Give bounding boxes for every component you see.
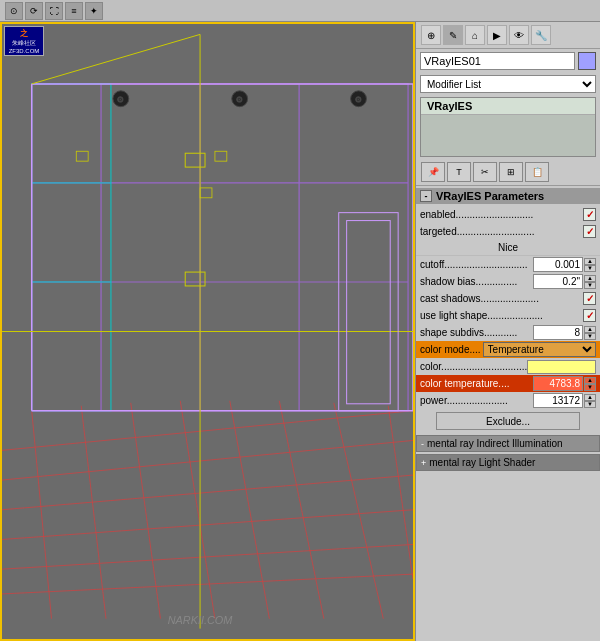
bottom-section: - mental ray Indirect Illumination + men…: [416, 433, 600, 471]
svg-line-1: [2, 440, 413, 480]
object-color-swatch[interactable]: [578, 52, 596, 70]
svg-rect-14: [32, 84, 408, 411]
color-temp-spin-down[interactable]: ▼: [584, 384, 596, 391]
modifier-item-vrayies[interactable]: VRayIES: [421, 98, 595, 115]
svg-line-5: [2, 574, 413, 594]
shape-subdivs-spinner: ▲ ▼: [584, 326, 596, 340]
power-spin-down[interactable]: ▼: [584, 401, 596, 408]
svg-line-12: [334, 403, 384, 619]
param-use-light-shape-check[interactable]: [583, 309, 596, 322]
mental-ray-ii-toggle-icon: -: [421, 439, 424, 449]
cutoff-spin-up[interactable]: ▲: [584, 258, 596, 265]
exclude-btn-row: Exclude...: [416, 409, 600, 433]
param-color-swatch[interactable]: [527, 360, 596, 374]
param-row-targeted: targeted............................: [416, 223, 600, 240]
toolbar-icon-5[interactable]: ✦: [85, 2, 103, 20]
param-enabled-check[interactable]: [583, 208, 596, 221]
params-section: - VRayIES Parameters enabled............…: [416, 186, 600, 433]
right-panel: ⊕ ✎ ⌂ ▶ 👁 🔧 Modifier List VRayIES 📌 T ✂: [415, 22, 600, 641]
svg-rect-32: [185, 272, 205, 286]
param-color-temp-input[interactable]: [533, 376, 583, 391]
mental-ray-light-header[interactable]: + mental ray Light Shader: [416, 454, 600, 471]
svg-rect-39: [339, 213, 398, 411]
cutoff-spinner: ▲ ▼: [584, 258, 596, 272]
toolbar-icon-1[interactable]: ⊙: [5, 2, 23, 20]
svg-rect-31: [185, 153, 205, 167]
stack-btn-paste[interactable]: 📋: [525, 162, 549, 182]
param-color-label: color...............................: [420, 361, 527, 372]
param-targeted-label: targeted............................: [420, 226, 583, 237]
param-color-mode-label: color mode....: [420, 344, 481, 355]
cmd-icon-create[interactable]: ⊕: [421, 25, 441, 45]
power-spinner: ▲ ▼: [584, 394, 596, 408]
main-area: 之 朱峰社区 ZF3D.COM: [0, 22, 600, 641]
svg-rect-43: [200, 188, 212, 198]
sub-header-nice: Nice: [416, 240, 600, 256]
name-field-row: [416, 49, 600, 73]
stack-btn-cut[interactable]: ✂: [473, 162, 497, 182]
param-cast-shadows-check[interactable]: [583, 292, 596, 305]
power-spin-up[interactable]: ▲: [584, 394, 596, 401]
param-targeted-check[interactable]: [583, 225, 596, 238]
param-row-cutoff: cutoff.............................. ▲ ▼: [416, 256, 600, 273]
viewport: 之 朱峰社区 ZF3D.COM: [0, 22, 415, 641]
param-row-use-light-shape: use light shape....................: [416, 307, 600, 324]
param-row-shadow-bias: shadow bias............... ▲ ▼: [416, 273, 600, 290]
shadow-bias-spin-up[interactable]: ▲: [584, 275, 596, 282]
cmd-icon-display[interactable]: 👁: [509, 25, 529, 45]
cutoff-spin-down[interactable]: ▼: [584, 265, 596, 272]
param-enabled-label: enabled............................: [420, 209, 583, 220]
svg-line-6: [32, 411, 52, 619]
svg-line-3: [2, 510, 413, 540]
stack-buttons-row: 📌 T ✂ ⊞ 📋: [416, 159, 600, 186]
stack-btn-copy[interactable]: ⊞: [499, 162, 523, 182]
param-power-input[interactable]: [533, 393, 583, 408]
svg-line-7: [81, 406, 106, 619]
exclude-button[interactable]: Exclude...: [436, 412, 580, 430]
svg-rect-40: [347, 221, 391, 404]
svg-text:⊙: ⊙: [236, 95, 243, 104]
modifier-list-row: Modifier List: [416, 73, 600, 95]
param-use-light-shape-label: use light shape....................: [420, 310, 583, 321]
param-shadow-bias-input[interactable]: [533, 274, 583, 289]
shadow-bias-spin-down[interactable]: ▼: [584, 282, 596, 289]
params-section-header[interactable]: - VRayIES Parameters: [416, 188, 600, 204]
modifier-list-dropdown[interactable]: Modifier List: [420, 75, 596, 93]
top-toolbar: ⊙ ⟳ ⛶ ≡ ✦: [0, 0, 600, 22]
object-name-input[interactable]: [420, 52, 575, 70]
toolbar-icon-4[interactable]: ≡: [65, 2, 83, 20]
param-row-color-mode: color mode.... Temperature: [416, 341, 600, 358]
shape-subdivs-spin-down[interactable]: ▼: [584, 333, 596, 340]
param-row-cast-shadows: cast shadows.....................: [416, 290, 600, 307]
svg-line-10: [230, 401, 270, 619]
cmd-icon-modify[interactable]: ✎: [443, 25, 463, 45]
color-temp-spin-up[interactable]: ▲: [584, 377, 596, 384]
svg-text:NARKII.COM: NARKII.COM: [168, 614, 234, 626]
stack-btn-pin[interactable]: 📌: [421, 162, 445, 182]
params-section-title: VRayIES Parameters: [436, 190, 544, 202]
param-row-power: power...................... ▲ ▼: [416, 392, 600, 409]
param-color-mode-dropdown[interactable]: Temperature: [483, 342, 596, 357]
param-row-enabled: enabled............................: [416, 206, 600, 223]
svg-line-9: [180, 401, 215, 619]
cmd-icon-hierarchy[interactable]: ⌂: [465, 25, 485, 45]
param-shape-subdivs-label: shape subdivs............: [420, 327, 533, 338]
param-shape-subdivs-input[interactable]: [533, 325, 583, 340]
svg-line-4: [2, 544, 413, 569]
mental-ray-ii-label: mental ray Indirect Illumination: [427, 438, 563, 449]
cmd-icon-motion[interactable]: ▶: [487, 25, 507, 45]
mental-ray-ii-header[interactable]: - mental ray Indirect Illumination: [416, 435, 600, 452]
svg-rect-20: [32, 84, 111, 411]
cmd-icon-utilities[interactable]: 🔧: [531, 25, 551, 45]
svg-rect-42: [215, 151, 227, 161]
svg-rect-41: [76, 151, 88, 161]
params-collapse-btn[interactable]: -: [420, 190, 432, 202]
param-cutoff-input[interactable]: [533, 257, 583, 272]
svg-line-0: [2, 411, 413, 451]
param-cutoff-label: cutoff..............................: [420, 259, 533, 270]
toolbar-icon-3[interactable]: ⛶: [45, 2, 63, 20]
shape-subdivs-spin-up[interactable]: ▲: [584, 326, 596, 333]
svg-line-13: [388, 406, 413, 579]
toolbar-icon-2[interactable]: ⟳: [25, 2, 43, 20]
stack-btn-lock[interactable]: T: [447, 162, 471, 182]
